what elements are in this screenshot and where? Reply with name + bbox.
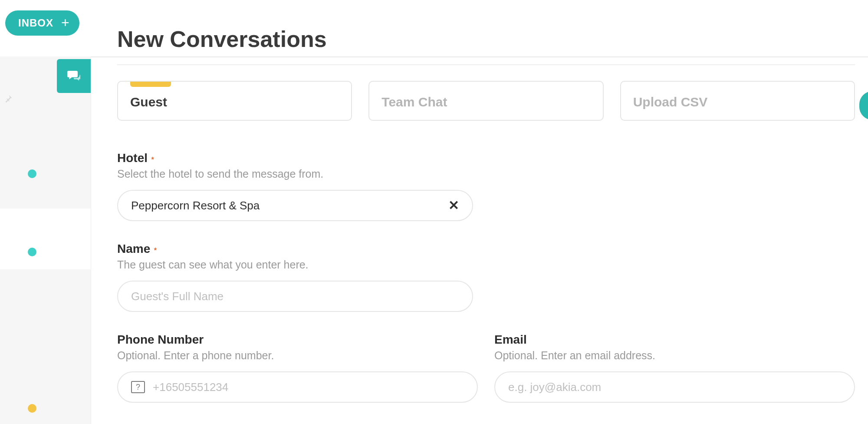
chat-bubbles-icon bbox=[66, 68, 82, 84]
hotel-value: Peppercorn Resort & Spa bbox=[131, 199, 260, 212]
field-email: Email Optional. Enter an email address. bbox=[494, 333, 855, 403]
sidebar-dot-2[interactable] bbox=[28, 248, 36, 256]
plus-icon[interactable]: + bbox=[61, 16, 70, 30]
phone-label: Phone Number bbox=[117, 333, 478, 347]
flag-unknown-icon: ? bbox=[136, 383, 140, 392]
field-phone: Phone Number Optional. Enter a phone num… bbox=[117, 333, 478, 403]
email-help: Optional. Enter an email address. bbox=[494, 349, 855, 362]
hotel-label: Hotel bbox=[117, 151, 148, 165]
field-name: Name * The guest can see what you enter … bbox=[117, 242, 855, 312]
inbox-pill[interactable]: INBOX + bbox=[5, 10, 79, 36]
tab-team-chat[interactable]: Team Chat bbox=[368, 81, 603, 121]
rail-gap bbox=[0, 209, 91, 269]
sidebar-dot-3[interactable] bbox=[28, 404, 36, 413]
email-input[interactable] bbox=[508, 381, 841, 394]
required-marker: * bbox=[154, 247, 157, 254]
clear-icon[interactable]: ✕ bbox=[448, 199, 459, 212]
pin-icon bbox=[3, 94, 16, 106]
sidebar-dot-1[interactable] bbox=[28, 169, 36, 178]
tab-upload-csv[interactable]: Upload CSV bbox=[620, 81, 855, 121]
inbox-label: INBOX bbox=[18, 17, 53, 29]
tab-guest[interactable]: Guest bbox=[117, 81, 352, 121]
phone-input[interactable] bbox=[153, 381, 464, 394]
left-rail bbox=[0, 56, 91, 424]
field-hotel: Hotel * Select the hotel to send the mes… bbox=[117, 151, 855, 221]
required-marker: * bbox=[151, 156, 154, 163]
tab-guest-label: Guest bbox=[130, 95, 339, 109]
phone-help: Optional. Enter a phone number. bbox=[117, 349, 478, 362]
hotel-select[interactable]: Peppercorn Resort & Spa ✕ bbox=[117, 190, 473, 221]
conversations-tab[interactable] bbox=[57, 59, 91, 93]
tab-upload-csv-label: Upload CSV bbox=[633, 95, 842, 109]
email-label: Email bbox=[494, 333, 855, 347]
name-label: Name bbox=[117, 242, 150, 255]
hotel-help: Select the hotel to send the message fro… bbox=[117, 168, 855, 180]
tab-team-chat-label: Team Chat bbox=[381, 95, 590, 109]
page-title: New Conversations bbox=[117, 26, 855, 52]
right-edge-chip[interactable] bbox=[859, 91, 868, 120]
name-help: The guest can see what you enter here. bbox=[117, 258, 855, 271]
tab-accent bbox=[130, 82, 171, 87]
conversation-type-tabs: Guest Team Chat Upload CSV bbox=[117, 81, 855, 121]
name-input[interactable] bbox=[131, 290, 459, 303]
country-flag-picker[interactable]: ? bbox=[131, 381, 145, 393]
title-divider bbox=[117, 64, 855, 65]
